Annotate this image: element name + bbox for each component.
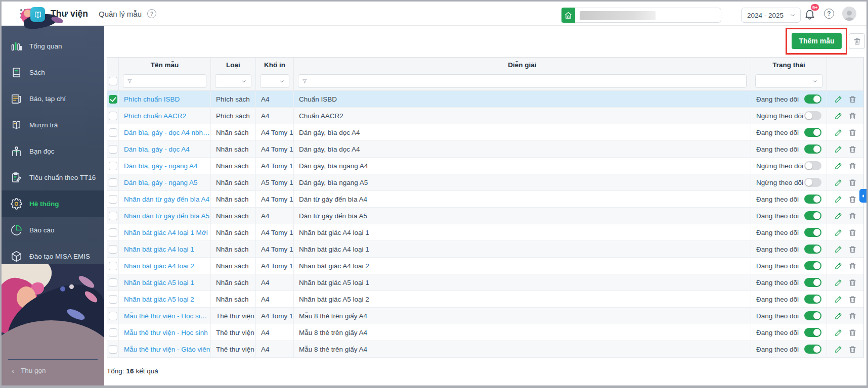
edit-pencil-icon[interactable] (834, 112, 843, 120)
trash-icon[interactable] (848, 245, 857, 254)
row-checkbox[interactable] (109, 245, 117, 254)
status-toggle[interactable] (804, 345, 821, 354)
row-checkbox[interactable] (109, 145, 117, 154)
edit-pencil-icon[interactable] (834, 195, 843, 204)
name-filter-input[interactable] (123, 74, 206, 88)
row-checkbox[interactable] (109, 328, 117, 337)
status-toggle[interactable] (804, 245, 821, 254)
sidebar-item-bao-cao[interactable]: Báo cáo (2, 217, 104, 243)
expand-panel-tab[interactable] (859, 189, 866, 203)
size-filter-select[interactable] (260, 74, 289, 88)
edit-pencil-icon[interactable] (834, 245, 843, 254)
template-name-link[interactable]: Dán bìa, gáy - ngang A4 (124, 162, 198, 170)
edit-pencil-icon[interactable] (834, 345, 843, 354)
status-toggle[interactable] (804, 211, 821, 220)
row-checkbox[interactable] (109, 312, 117, 320)
template-name-link[interactable]: Phích chuẩn ISBD (124, 95, 180, 103)
user-avatar[interactable] (842, 7, 856, 21)
name-filter-field[interactable] (136, 77, 202, 85)
status-toggle[interactable] (804, 94, 821, 104)
status-toggle[interactable] (804, 161, 821, 170)
status-filter-select[interactable] (755, 74, 822, 88)
row-checkbox[interactable] (109, 95, 117, 104)
status-toggle[interactable] (804, 328, 821, 337)
row-checkbox[interactable] (109, 212, 117, 220)
sidebar-item-sach[interactable]: Sách (2, 59, 104, 85)
trash-icon[interactable] (848, 195, 857, 204)
edit-pencil-icon[interactable] (834, 128, 843, 137)
collapse-sidebar-button[interactable]: ‹ Thu gọn (12, 366, 46, 375)
template-name-link[interactable]: Mẫu thẻ thư viện - Giáo viên (124, 346, 210, 353)
school-year-select[interactable]: 2024 - 2025 (741, 8, 801, 23)
template-name-link[interactable]: Nhãn dán từ gáy đến bìa A4 (124, 196, 209, 203)
status-toggle[interactable] (804, 128, 821, 137)
trash-icon[interactable] (848, 178, 857, 187)
edit-pencil-icon[interactable] (834, 262, 843, 270)
status-toggle[interactable] (804, 261, 821, 270)
trash-icon[interactable] (848, 262, 857, 270)
status-toggle[interactable] (804, 144, 821, 154)
row-checkbox[interactable] (109, 195, 117, 204)
status-toggle[interactable] (804, 195, 821, 204)
row-checkbox[interactable] (109, 345, 117, 354)
edit-pencil-icon[interactable] (834, 145, 843, 154)
template-name-link[interactable]: Nhãn bát giác A4 loại 1 Mới (124, 229, 208, 236)
add-template-button[interactable]: Thêm mẫu (792, 33, 842, 49)
row-checkbox[interactable] (109, 178, 117, 187)
template-name-link[interactable]: Mẫu thẻ thư viện - Học sinh (124, 329, 208, 336)
trash-icon[interactable] (848, 312, 857, 320)
trash-icon[interactable] (848, 162, 857, 170)
template-name-link[interactable]: Nhãn bát giác A4 loại 2 (124, 262, 194, 270)
template-name-link[interactable]: Dán bìa, gáy - dọc A4 (124, 146, 190, 153)
edit-pencil-icon[interactable] (834, 212, 843, 220)
trash-icon[interactable] (848, 295, 857, 304)
edit-pencil-icon[interactable] (834, 295, 843, 304)
trash-icon[interactable] (848, 345, 857, 354)
template-name-link[interactable]: Mẫu thẻ thư viện - Học sinh 2 (124, 312, 210, 320)
edit-pencil-icon[interactable] (834, 162, 843, 170)
row-checkbox[interactable] (109, 262, 117, 270)
status-toggle[interactable] (804, 111, 821, 120)
trash-icon[interactable] (848, 112, 857, 120)
sidebar-item-tong-quan[interactable]: Tổng quan (2, 33, 104, 59)
trash-icon[interactable] (848, 145, 857, 154)
edit-pencil-icon[interactable] (834, 178, 843, 187)
edit-pencil-icon[interactable] (834, 278, 843, 287)
template-name-link[interactable]: Dán bìa, gáy - dọc A4 nbhong (124, 129, 210, 136)
template-name-link[interactable]: Dán bìa, gáy - ngang A5 (124, 179, 198, 186)
sidebar-item-muon-tra[interactable]: Mượn trả (2, 112, 104, 138)
page-help-icon[interactable]: ? (147, 9, 156, 18)
edit-pencil-icon[interactable] (834, 95, 843, 104)
trash-icon[interactable] (848, 328, 857, 337)
template-name-link[interactable]: Phích chuẩn AACR2 (124, 112, 186, 120)
trash-icon[interactable] (848, 128, 857, 137)
edit-pencil-icon[interactable] (834, 312, 843, 320)
select-all-checkbox[interactable] (109, 77, 117, 85)
global-search-input[interactable] (575, 8, 721, 23)
home-button[interactable] (561, 8, 575, 23)
status-toggle[interactable] (804, 278, 821, 287)
edit-pencil-icon[interactable] (834, 228, 843, 237)
bulk-delete-button[interactable] (849, 33, 865, 49)
template-name-link[interactable]: Nhãn bát giác A5 loại 2 (124, 296, 194, 303)
edit-pencil-icon[interactable] (834, 328, 843, 337)
trash-icon[interactable] (848, 278, 857, 287)
row-checkbox[interactable] (109, 278, 117, 287)
apps-grid-icon[interactable] (20, 9, 29, 18)
template-name-link[interactable]: Nhãn bát giác A5 loại 1 (124, 279, 194, 286)
sidebar-item-ban-doc[interactable]: Bạn đọc (2, 138, 104, 164)
type-filter-select[interactable] (215, 74, 251, 88)
status-toggle[interactable] (804, 311, 821, 320)
sidebar-item-bao-tap-chi[interactable]: Báo, tạp chí (2, 85, 104, 112)
trash-icon[interactable] (848, 228, 857, 237)
trash-icon[interactable] (848, 212, 857, 220)
row-checkbox[interactable] (109, 295, 117, 304)
trash-icon[interactable] (848, 95, 857, 104)
template-name-link[interactable]: Nhãn dán từ gáy đến bìa A5 (124, 212, 209, 220)
desc-filter-input[interactable] (298, 74, 747, 88)
row-checkbox[interactable] (109, 128, 117, 137)
help-icon[interactable]: ? (824, 9, 834, 19)
status-toggle[interactable] (804, 178, 821, 187)
status-toggle[interactable] (804, 228, 821, 237)
row-checkbox[interactable] (109, 162, 117, 170)
